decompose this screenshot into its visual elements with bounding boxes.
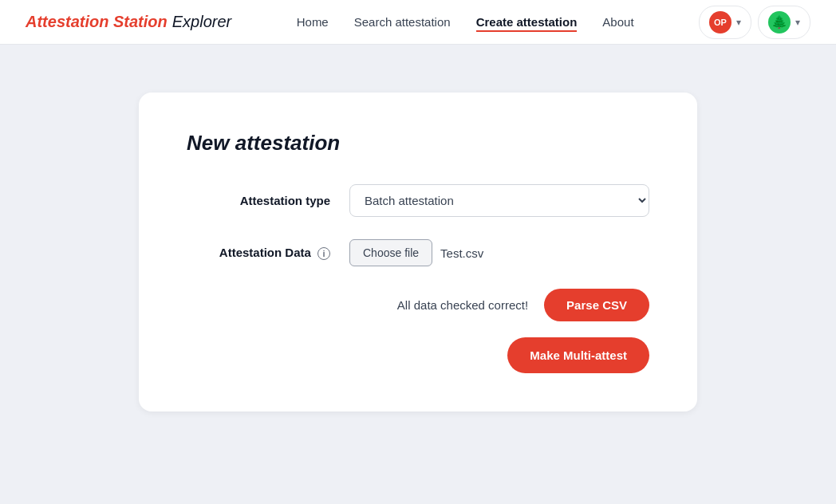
- multi-attest-row: Make Multi-attest: [187, 337, 649, 373]
- file-input-wrapper: Choose file Test.csv: [349, 239, 649, 266]
- wallet-green-avatar: 🌲: [768, 11, 791, 33]
- parse-csv-row: All data checked correct! Parse CSV: [187, 289, 649, 321]
- make-multi-attest-button[interactable]: Make Multi-attest: [507, 337, 649, 373]
- success-message: All data checked correct!: [397, 298, 528, 312]
- attestation-type-label: Attestation type: [187, 194, 330, 207]
- attestation-data-label: Attestation Data i: [187, 246, 330, 260]
- attestation-type-select[interactable]: Batch attestation Single attestation: [349, 184, 649, 217]
- attestation-data-control: Choose file Test.csv: [349, 239, 649, 266]
- wallet-green-button[interactable]: 🌲 ▾: [758, 6, 810, 39]
- file-name-display: Test.csv: [440, 246, 483, 260]
- attestation-type-control: Batch attestation Single attestation: [349, 184, 649, 217]
- choose-file-button[interactable]: Choose file: [349, 239, 432, 266]
- tree-icon: 🌲: [771, 14, 787, 30]
- wallet-op-button[interactable]: OP ▾: [699, 6, 751, 39]
- navbar: Attestation Station Explorer Home Search…: [0, 0, 836, 45]
- info-icon[interactable]: i: [317, 247, 330, 260]
- logo-attestation-text: Attestation Station: [26, 13, 168, 31]
- card-title: New attestation: [187, 131, 649, 156]
- wallet-op-avatar: OP: [709, 11, 732, 33]
- wallet-op-chevron-icon: ▾: [736, 17, 741, 28]
- attestation-data-row: Attestation Data i Choose file Test.csv: [187, 239, 649, 266]
- nav-home[interactable]: Home: [297, 12, 329, 32]
- attestation-type-row: Attestation type Batch attestation Singl…: [187, 184, 649, 217]
- navbar-right: OP ▾ 🌲 ▾: [699, 6, 810, 39]
- wallet-green-chevron-icon: ▾: [795, 17, 800, 28]
- attestation-card: New attestation Attestation type Batch a…: [139, 93, 697, 411]
- nav-about[interactable]: About: [602, 12, 633, 32]
- nav-links: Home Search attestation Create attestati…: [297, 12, 634, 32]
- logo-explorer-text: Explorer: [172, 13, 231, 31]
- nav-search-attestation[interactable]: Search attestation: [354, 12, 451, 32]
- nav-create-attestation[interactable]: Create attestation: [476, 12, 578, 32]
- main-content: New attestation Attestation type Batch a…: [0, 45, 836, 459]
- parse-csv-button[interactable]: Parse CSV: [544, 289, 649, 321]
- logo[interactable]: Attestation Station Explorer: [26, 13, 231, 31]
